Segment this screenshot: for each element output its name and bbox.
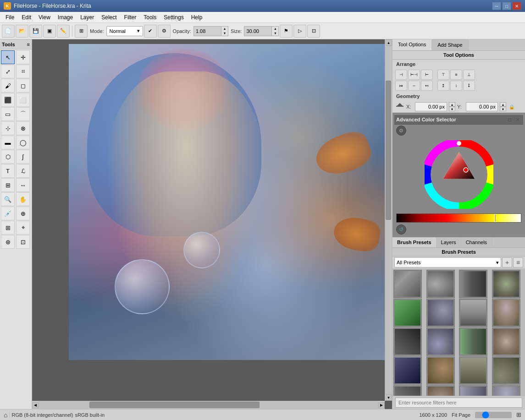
- brush-item-10[interactable]: [426, 327, 455, 356]
- zoom-button[interactable]: ⊞: [516, 411, 521, 418]
- size-input[interactable]: 30.00: [244, 26, 271, 36]
- brush-item-11[interactable]: [459, 327, 487, 356]
- tool-eraser[interactable]: ◻: [16, 79, 30, 93]
- distribute-right-button[interactable]: ↤: [421, 81, 433, 91]
- mode-dropdown[interactable]: Normal ▾: [106, 26, 143, 36]
- apply-button[interactable]: ✔: [144, 25, 157, 38]
- brush-item-12[interactable]: [492, 327, 520, 356]
- tool-shape-poly[interactable]: ⬡: [1, 150, 15, 164]
- canvas-area[interactable]: ▲ ▼ ◀ ▶: [32, 39, 392, 409]
- color-selector-close-button[interactable]: ✕: [514, 116, 521, 123]
- tab-brush-presets[interactable]: Brush Presets: [392, 237, 437, 247]
- brush-item-13[interactable]: [393, 356, 422, 385]
- brush-item-8[interactable]: [492, 299, 520, 327]
- save-button[interactable]: 💾: [29, 25, 42, 38]
- scroll-track-vertical[interactable]: [385, 46, 392, 394]
- tool-select-lasso[interactable]: ⌒: [16, 107, 30, 121]
- tab-layers[interactable]: Layers: [437, 237, 461, 247]
- tool-measure[interactable]: ↔: [16, 178, 30, 192]
- tool-color-picker[interactable]: 💉: [1, 207, 15, 220]
- brush-item-18[interactable]: [426, 385, 455, 396]
- mirror-v-button[interactable]: ▷: [293, 25, 306, 38]
- scroll-track-horizontal[interactable]: [39, 401, 378, 409]
- record-button[interactable]: ⊡: [307, 25, 320, 38]
- tool-transform[interactable]: ⤢: [1, 65, 15, 78]
- brush-add-button[interactable]: +: [502, 257, 512, 267]
- close-button[interactable]: ✕: [512, 2, 521, 10]
- thumbnail-button[interactable]: ▣: [43, 25, 56, 38]
- tool-select-rect[interactable]: ▭: [1, 107, 15, 121]
- canvas-scroll-horizontal[interactable]: ◀ ▶: [32, 401, 385, 409]
- tool-move[interactable]: ✛: [16, 50, 30, 64]
- brush-item-1[interactable]: [393, 270, 422, 298]
- settings-button[interactable]: ⚙: [158, 25, 171, 38]
- tool-bezier[interactable]: ∫: [16, 150, 30, 164]
- scroll-right-arrow[interactable]: ▶: [378, 402, 385, 409]
- brush-item-20[interactable]: [492, 385, 520, 396]
- color-gradient-bar[interactable]: [396, 213, 521, 223]
- menu-tools[interactable]: Tools: [140, 13, 160, 22]
- maximize-button[interactable]: □: [502, 2, 511, 10]
- scroll-up-arrow[interactable]: ▲: [386, 39, 392, 46]
- color-refresh-button[interactable]: ↺: [396, 224, 406, 235]
- tool-smart-patch[interactable]: ⊕: [16, 207, 30, 220]
- size-up-arrow[interactable]: ▲: [272, 27, 278, 31]
- align-middle-button[interactable]: ≡: [450, 70, 462, 80]
- tool-zoom[interactable]: 🔍: [1, 192, 15, 206]
- scroll-thumb-horizontal[interactable]: [89, 402, 260, 408]
- new-document-button[interactable]: 📄: [2, 25, 15, 38]
- menu-edit[interactable]: Edit: [18, 13, 35, 22]
- brush-item-14[interactable]: [426, 356, 455, 385]
- tool-select-similar[interactable]: ⊗: [16, 121, 30, 135]
- distribute-top-button[interactable]: ↥: [437, 81, 449, 91]
- open-button[interactable]: 📂: [16, 25, 28, 38]
- all-presets-dropdown[interactable]: All Presets ▾: [394, 257, 501, 267]
- tool-gradient[interactable]: ⬜: [16, 93, 30, 107]
- brush-item-2[interactable]: [426, 270, 455, 298]
- brush-item-5[interactable]: [393, 299, 422, 327]
- distribute-v-center-button[interactable]: ↕: [450, 81, 462, 91]
- tool-select-contiguous[interactable]: ⊹: [1, 121, 15, 135]
- tool-pan[interactable]: ✋: [16, 192, 30, 206]
- tool-assistant[interactable]: ⊞: [1, 178, 15, 192]
- menu-settings[interactable]: Settings: [160, 13, 187, 22]
- minimize-button[interactable]: ─: [492, 2, 501, 10]
- align-right-button[interactable]: ⊢: [421, 70, 433, 80]
- color-selector-float-button[interactable]: ⊡: [506, 116, 513, 123]
- brush-tool-button[interactable]: ✏️: [57, 25, 70, 38]
- menu-image[interactable]: Image: [54, 13, 77, 22]
- distribute-center-h-button[interactable]: ↔: [408, 81, 420, 91]
- tab-add-shape[interactable]: Add Shape: [432, 39, 468, 50]
- tool-envelop[interactable]: ⊡: [16, 235, 30, 249]
- brush-item-7[interactable]: [459, 299, 487, 327]
- tool-shape-ellipse[interactable]: ◯: [16, 136, 30, 149]
- opacity-up-arrow[interactable]: ▲: [221, 27, 228, 31]
- scroll-thumb-vertical[interactable]: [386, 81, 391, 220]
- align-center-h-button[interactable]: ⊢⊣: [408, 70, 420, 80]
- align-top-button[interactable]: ⊤: [437, 70, 449, 80]
- align-bottom-button[interactable]: ⊥: [463, 70, 475, 80]
- y-value[interactable]: 0.00 px: [466, 102, 498, 111]
- color-wheel-container[interactable]: [425, 140, 493, 209]
- scroll-down-arrow[interactable]: ▼: [386, 394, 392, 401]
- brush-item-4[interactable]: [492, 270, 520, 298]
- menu-layer[interactable]: Layer: [77, 13, 98, 22]
- home-icon[interactable]: ⌂: [4, 411, 7, 419]
- tools-menu-icon[interactable]: ≡: [27, 42, 30, 47]
- x-up-arrow[interactable]: ▲: [449, 102, 455, 107]
- align-left-button[interactable]: ⊣: [395, 70, 407, 80]
- tool-guides[interactable]: ⌖: [16, 221, 30, 235]
- menu-help[interactable]: Help: [188, 13, 206, 22]
- color-grid-button[interactable]: ⊞: [75, 25, 88, 38]
- tool-cursor[interactable]: ↖: [1, 50, 15, 64]
- tab-tool-options[interactable]: Tool Options: [392, 39, 432, 50]
- brush-item-17[interactable]: [393, 385, 422, 396]
- tool-calligraphy[interactable]: ℒ: [16, 164, 30, 178]
- tool-fill[interactable]: ⬛: [1, 93, 15, 107]
- size-down-arrow[interactable]: ▼: [272, 31, 278, 36]
- brush-item-16[interactable]: [492, 356, 520, 385]
- zoom-slider[interactable]: [475, 412, 512, 418]
- brush-item-15[interactable]: [459, 356, 487, 385]
- tool-shape-rect[interactable]: ▬: [1, 136, 15, 149]
- canvas-scroll-vertical[interactable]: ▲ ▼: [385, 39, 392, 401]
